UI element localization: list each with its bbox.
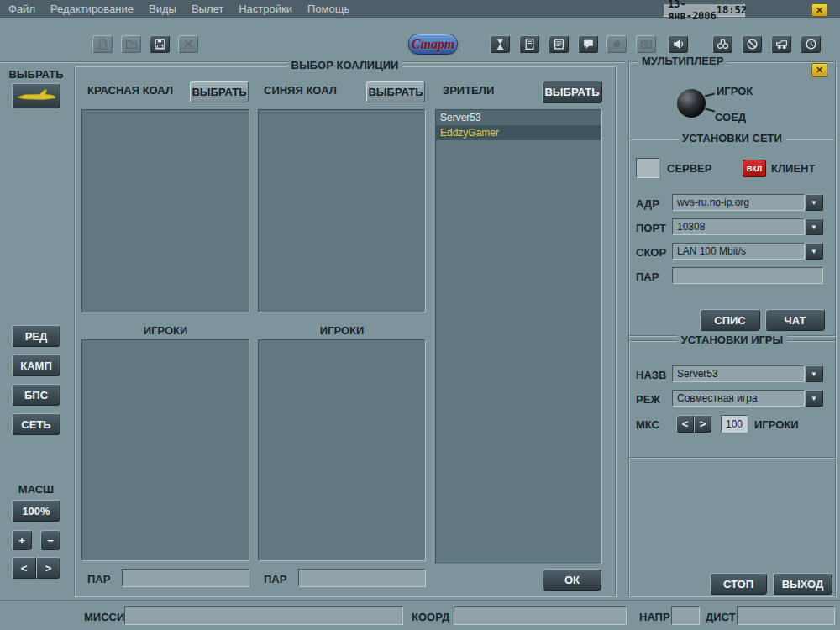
list-item[interactable]: Server53 [436,110,601,125]
red-coalition-label: КРАСНАЯ КОАЛ [87,84,173,97]
game-mode-label: РЕЖ [636,393,660,406]
port-combo[interactable]: 10308 [672,218,805,235]
folder-icon[interactable] [121,35,141,53]
red-players-list[interactable] [81,339,249,561]
zoom-in-button[interactable]: + [12,530,32,550]
red-players-label: ИГРОКИ [81,324,249,337]
editor-button[interactable]: РЕД [12,325,60,347]
blue-password-input[interactable] [298,569,426,587]
chat-button[interactable]: ЧАТ [765,309,825,331]
net-password-input[interactable] [672,267,823,284]
mission-input[interactable] [124,606,403,625]
max-players-increment-button[interactable]: > [694,415,711,433]
max-players-input[interactable]: 100 [721,415,748,433]
distance-label: ДИСТ [706,611,736,623]
coord-label: КООРД [412,611,449,623]
server-name-label: НАЗВ [636,369,666,381]
list-item-selected[interactable]: EddzyGamer [436,125,601,140]
address-label: АДР [636,197,659,210]
next-button[interactable]: > [36,557,60,579]
chevron-down-icon: ▼ [811,199,817,207]
blue-coalition-label: СИНЯЯ КОАЛ [264,84,337,97]
no-entry-icon[interactable] [742,35,762,53]
blue-players-label: ИГРОКИ [258,324,426,337]
ok-button[interactable]: ОК [543,569,601,591]
coalition-title: ВЫБОР КОАЛИЦИИ [287,59,403,71]
menu-file[interactable]: Файл [8,3,35,15]
spectators-list[interactable]: Server53 EddzyGamer [435,109,602,564]
heading-label: НАПР [639,611,670,623]
multiplayer-close-button[interactable]: ✕ [811,63,827,77]
red-coalition-list[interactable] [81,109,249,312]
server-name-dropdown-button[interactable]: ▼ [805,365,823,382]
blue-players-list[interactable] [258,339,426,561]
stop-button[interactable]: СТОП [710,573,767,595]
connection-globe-icon [677,89,706,118]
player-label: ИГРОК [717,85,753,97]
server-name-combo[interactable]: Server53 [672,365,805,382]
aircraft-select-label: ВЫБРАТЬ [5,68,67,81]
game-settings-title: УСТАНОВКИ ИГРЫ [677,333,788,346]
distance-input[interactable] [737,606,835,625]
server-checkbox[interactable] [636,158,659,178]
zoom-out-button[interactable]: − [40,530,60,550]
save-icon[interactable] [150,35,170,53]
speed-combo[interactable]: LAN 100 Mbit/s [672,243,805,260]
select-aircraft-button[interactable] [12,83,60,108]
address-dropdown-button[interactable]: ▼ [805,194,823,211]
multiplayer-title: МУЛЬТИПЛЕЕР [638,55,727,67]
chevron-down-icon: ▼ [811,370,817,378]
max-players-label: МКС [636,418,659,431]
red-password-label: ПАР [87,573,110,585]
player-list-button[interactable]: СПИС [700,309,760,331]
menu-edit[interactable]: Редактирование [50,3,134,15]
network-button[interactable]: СЕТЬ [12,413,60,435]
speed-dropdown-button[interactable]: ▼ [805,243,823,260]
datetime-display: 13-янв-2006 18:52 [663,3,745,17]
menu-views[interactable]: Виды [149,3,176,15]
heading-input[interactable] [671,606,700,625]
coord-input[interactable] [454,606,627,625]
game-mode-combo[interactable]: Совместная игра [672,390,805,407]
menu-options[interactable]: Настройки [239,3,292,15]
close-file-icon[interactable] [178,35,198,53]
menu-flight[interactable]: Вылет [192,3,223,15]
menu-help[interactable]: Помощь [307,3,349,15]
notes-icon[interactable] [549,35,569,53]
hourglass-icon[interactable] [490,35,510,53]
record-icon[interactable] [606,35,627,53]
red-select-button[interactable]: ВЫБРАТЬ [190,81,249,102]
chat-bubble-icon[interactable] [578,35,598,53]
briefing-icon[interactable] [519,35,539,53]
exit-button[interactable]: ВЫХОД [773,573,832,595]
start-button[interactable]: Старт [408,34,458,55]
speaker-icon[interactable] [668,35,688,53]
statusbar-divider [0,600,840,601]
binoculars-icon[interactable] [712,35,732,53]
prev-button[interactable]: < [12,557,36,579]
zoom-level-button[interactable]: 100% [12,500,60,522]
file-icon[interactable] [92,35,113,53]
spectators-label: ЗРИТЕЛИ [443,84,494,97]
spectators-select-button[interactable]: ВЫБРАТЬ [542,81,602,103]
zoom-label: МАСШ [5,483,67,496]
window-close-button[interactable]: ✕ [811,3,827,17]
chevron-down-icon: ▼ [811,395,817,402]
aircraft-icon [16,87,56,105]
red-password-input[interactable] [122,569,249,587]
clock-icon[interactable] [801,35,821,53]
vehicle-icon[interactable] [771,35,791,53]
port-dropdown-button[interactable]: ▼ [805,218,823,235]
blue-coalition-list[interactable] [258,109,426,312]
quick-mission-button[interactable]: БПС [12,384,60,406]
close-icon: ✕ [816,65,823,76]
game-mode-dropdown-button[interactable]: ▼ [805,390,823,407]
campaign-button[interactable]: КАМП [12,354,60,376]
max-players-decrement-button[interactable]: < [676,415,694,433]
chevron-down-icon: ▼ [811,223,817,231]
blue-select-button[interactable]: ВЫБРАТЬ [366,81,425,102]
client-on-toggle[interactable]: ВКЛ [743,160,766,177]
date-value: 13-янв-2006 [668,0,717,22]
address-combo[interactable]: wvs-ru.no-ip.org [672,194,805,211]
camera-icon[interactable] [636,35,656,53]
